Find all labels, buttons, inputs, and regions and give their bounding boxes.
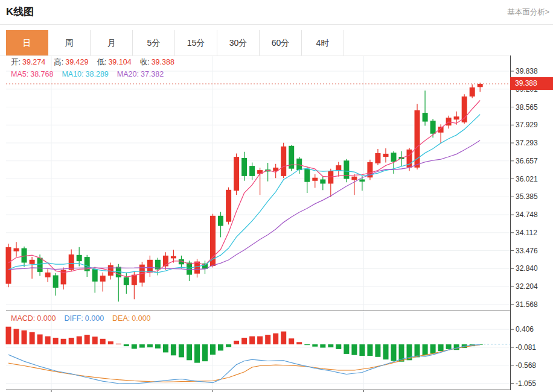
macd-bar (391, 344, 397, 361)
candle-body (249, 166, 255, 176)
macd-bar (273, 334, 278, 344)
period-tab-6[interactable]: 30分 (217, 30, 260, 55)
macd-bar (257, 337, 263, 344)
macd-bar (328, 344, 333, 347)
macd-bar (45, 337, 51, 344)
candle-body (226, 190, 231, 222)
legend-label: 收: (140, 58, 150, 66)
legend-label: MA20: (117, 70, 139, 78)
period-tab-4[interactable]: 5分 (133, 30, 175, 55)
macd-bar (218, 344, 223, 350)
candle-body (383, 154, 389, 157)
candle-body (14, 248, 19, 251)
macd-bar (187, 344, 192, 360)
candle-body (22, 248, 27, 263)
candle-body (304, 169, 310, 182)
legend-value: 0.000 (37, 314, 56, 323)
ma-legend: MA5:38.768MA10:38.289MA20:37.382 (11, 70, 172, 78)
candle-body (328, 171, 333, 184)
macd-bar (61, 339, 66, 344)
y-axis-label: 36.657 (516, 157, 538, 165)
macd-bar (375, 344, 380, 357)
macd-bar (351, 344, 357, 355)
macd-bar (265, 335, 270, 344)
period-tab-1[interactable]: 日 (6, 30, 48, 55)
y-axis-label: 37.293 (516, 139, 538, 147)
macd-bar (344, 344, 349, 354)
candle-body (296, 159, 302, 170)
y-axis-label: 32.204 (516, 282, 538, 291)
candle-body (344, 160, 349, 179)
macd-bar (446, 344, 452, 349)
period-tab-8[interactable]: 4时 (302, 30, 344, 55)
macd-bar (430, 344, 436, 353)
legend-value: 39.429 (65, 58, 88, 66)
macd-bar (171, 344, 176, 355)
legend-label: 开: (11, 58, 21, 66)
candle-body (124, 277, 129, 285)
candle-body (6, 247, 11, 284)
legend-value: 39.388 (152, 58, 174, 66)
macd-bar (367, 344, 372, 356)
period-tab-bar: 日周月5分15分30分60分4时 (6, 30, 344, 55)
legend-label: 低: (97, 58, 106, 66)
candle-body (391, 153, 397, 162)
candle-body (454, 116, 459, 119)
y-axis-label: 38.565 (516, 103, 538, 112)
macd-bar (163, 344, 168, 352)
macd-bar (37, 335, 43, 345)
candle-body (171, 256, 176, 259)
macd-bar (147, 344, 153, 347)
candle-body (430, 121, 436, 134)
macd-bar (6, 327, 11, 344)
macd-bar (281, 332, 286, 344)
candle-body (100, 276, 106, 282)
macd-bar (423, 344, 428, 355)
y-axis-label: 34.748 (516, 210, 538, 219)
legend-label: MA5: (11, 70, 28, 78)
macd-bar (226, 344, 231, 347)
y-axis-label: -0.081 (516, 343, 536, 352)
candle-body (423, 113, 428, 122)
macd-bar (69, 338, 74, 344)
candle-body (53, 276, 59, 288)
macd-bar (85, 335, 90, 344)
macd-bar (22, 330, 27, 344)
y-axis-label: 39.838 (516, 67, 538, 75)
macd-bar (289, 338, 294, 344)
candle-body (147, 260, 153, 273)
candle-body (132, 275, 137, 285)
y-axis-label: 33.476 (516, 247, 538, 255)
macd-bar (179, 344, 184, 357)
macd-bar (92, 337, 98, 344)
candle-body (45, 273, 51, 277)
legend-value: 38.768 (30, 70, 53, 78)
last-price-badge: 39.388 (510, 77, 553, 90)
y-axis-label: 36.021 (516, 175, 538, 183)
macd-bar (320, 344, 325, 348)
macd-legend: MACD:0.000DIFF:0.000DEA:0.000 (11, 314, 159, 323)
candle-body (234, 157, 239, 191)
period-tab-2[interactable]: 周 (48, 30, 91, 55)
candle-body (375, 153, 380, 163)
macd-bar (132, 344, 137, 349)
candle-body (312, 178, 318, 181)
candle-body (470, 87, 475, 96)
macd-bar (100, 339, 106, 344)
macd-bar (415, 344, 420, 357)
ohlc-legend: 开:39.274高:39.429低:39.104收:39.388 (11, 57, 183, 68)
candle-body (37, 258, 43, 272)
candle-body (320, 180, 325, 184)
period-tab-3[interactable]: 月 (91, 30, 133, 55)
legend-value: 37.382 (141, 70, 164, 78)
legend-value: 39.104 (108, 58, 131, 66)
y-axis-label: 0.406 (516, 325, 534, 334)
period-tab-5[interactable]: 15分 (175, 30, 217, 55)
period-tab-7[interactable]: 60分 (260, 30, 302, 55)
y-axis-label: 31.568 (516, 300, 538, 309)
legend-label: DIFF: (65, 314, 83, 323)
legend-value: 0.000 (85, 314, 104, 323)
candle-body (359, 180, 365, 182)
macd-bar (304, 344, 310, 345)
macd-bar (438, 344, 444, 351)
